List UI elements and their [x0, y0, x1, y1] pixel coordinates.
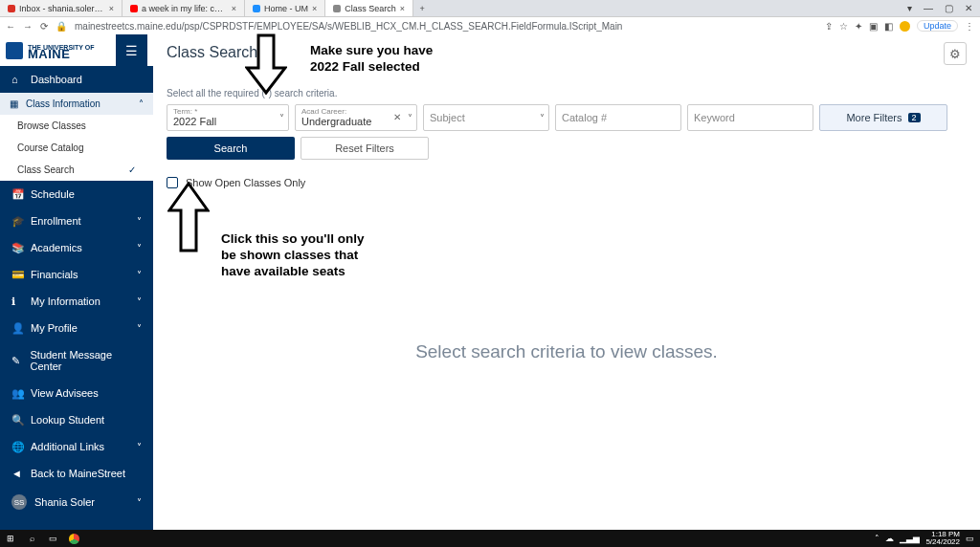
sidebar-item-label: Dashboard	[31, 74, 82, 85]
window-close-icon[interactable]: ✕	[965, 3, 972, 13]
forward-icon[interactable]: →	[23, 21, 33, 32]
search-button[interactable]: Search	[167, 137, 295, 160]
close-icon[interactable]: ×	[400, 4, 405, 13]
filter-count-badge: 2	[908, 113, 921, 122]
extension-icon[interactable]: ▣	[869, 21, 878, 32]
close-icon[interactable]: ×	[232, 4, 236, 13]
close-icon[interactable]: ×	[109, 4, 114, 13]
term-select[interactable]: Term: * 2022 Fall ˅	[167, 104, 289, 131]
sidebar-item-my-information[interactable]: ℹMy Information˅	[0, 288, 153, 315]
browser-tab[interactable]: Class Search×	[325, 0, 413, 16]
nav-icon: ◄	[11, 468, 23, 479]
gear-icon[interactable]: ⚙	[944, 42, 967, 65]
clock[interactable]: 1:18 PM5/24/2022	[925, 531, 960, 546]
annotation-bottom: Click this so you'll only be shown class…	[221, 230, 365, 279]
start-icon[interactable]: ⊞	[0, 530, 21, 547]
empty-state-text: Select search criteria to view classes.	[167, 341, 967, 362]
window-minimize-icon[interactable]: —	[924, 3, 933, 13]
chevron-down-icon: ˅	[540, 113, 545, 123]
new-tab-button[interactable]: +	[413, 0, 431, 16]
reset-filters-button[interactable]: Reset Filters	[301, 137, 429, 160]
update-button[interactable]: Update	[917, 20, 958, 32]
sidebar-item-additional-links[interactable]: 🌐Additional Links˅	[0, 433, 153, 460]
hamburger-icon[interactable]: ☰	[116, 34, 147, 66]
sidebar-sub-course-catalog[interactable]: Course Catalog	[0, 137, 153, 159]
sidebar-item-dashboard[interactable]: ⌂ Dashboard	[0, 66, 153, 93]
address-bar[interactable]: mainestreetcs.maine.edu/psp/CSPRDSTF/EMP…	[75, 21, 817, 32]
sidebar-item-academics[interactable]: 📚Academics˅	[0, 234, 153, 261]
more-filters-button[interactable]: More Filters 2	[819, 104, 947, 131]
nav-icon: 💳	[11, 269, 23, 280]
chevron-down-icon: ˅	[137, 270, 142, 280]
sidebar-item-user[interactable]: SS Shania Soler ˅	[0, 487, 153, 517]
sidebar-item-label: Financials	[31, 269, 78, 280]
profile-icon[interactable]	[900, 21, 910, 32]
acad-career-select[interactable]: Acad Career: Undergraduate ✕ ˅	[295, 104, 417, 131]
chevron-down-icon: ˅	[137, 442, 142, 452]
sidebar-item-label: My Profile	[31, 322, 78, 334]
share-icon[interactable]: ⇪	[825, 21, 833, 32]
catalog-input[interactable]: Catalog #	[555, 104, 681, 131]
search-icon[interactable]: ⌕	[21, 530, 42, 547]
menu-icon[interactable]: ⋮	[965, 21, 974, 32]
annotation-top: Make sure you have 2022 Fall selected	[310, 42, 433, 75]
close-icon[interactable]: ×	[312, 4, 317, 13]
chevron-down-icon: ˅	[137, 296, 142, 307]
nav-icon: 👤	[11, 322, 23, 334]
nav-icon: ℹ	[11, 295, 23, 307]
sidebar-item-schedule[interactable]: 📅Schedule	[0, 181, 153, 208]
arrow-down-icon	[245, 33, 287, 97]
wifi-icon[interactable]: ▁▃▅	[900, 534, 920, 543]
sidebar-item-label: Shania Soler	[34, 496, 95, 508]
nav-icon: 📚	[11, 242, 23, 253]
nav-icon: 🔍	[11, 414, 23, 426]
chrome-taskbar-icon[interactable]	[63, 530, 84, 547]
nav-icon: 🌐	[11, 441, 23, 452]
chevron-down-icon: ˅	[279, 113, 284, 123]
avatar: SS	[11, 494, 27, 510]
sidebar-item-financials[interactable]: 💳Financials˅	[0, 261, 153, 288]
sidebar-item-my-profile[interactable]: 👤My Profile˅	[0, 315, 153, 341]
sidebar-item-enrollment[interactable]: 🎓Enrollment˅	[0, 208, 153, 234]
chevron-up-icon: ˄	[139, 98, 144, 109]
sidebar-item-label: View Advisees	[31, 387, 99, 399]
home-icon: ⌂	[11, 74, 23, 85]
cloud-icon[interactable]: ☁	[885, 534, 894, 543]
sidebar-item-label: Back to MaineStreet	[31, 468, 125, 479]
grid-icon: ▦	[10, 98, 18, 109]
star-icon[interactable]: ☆	[839, 21, 848, 32]
window-maximize-icon[interactable]: ▢	[945, 3, 953, 13]
arrow-up-icon	[167, 182, 210, 254]
sidebar-item-label: Enrollment	[31, 215, 81, 227]
reload-icon[interactable]: ⟳	[40, 21, 48, 32]
extension2-icon[interactable]: ◧	[884, 21, 893, 32]
browser-tab[interactable]: Home - UM×	[245, 0, 325, 16]
window-min-icon[interactable]: ▾	[907, 3, 912, 13]
chevron-down-icon: ˅	[137, 243, 142, 253]
taskview-icon[interactable]: ▭	[42, 530, 63, 547]
sidebar-sub-browse-classes[interactable]: Browse Classes	[0, 115, 153, 137]
nav-icon: 👥	[11, 387, 23, 399]
chevron-down-icon: ˅	[137, 323, 142, 334]
sidebar-item-back-to-mainestreet[interactable]: ◄Back to MaineStreet	[0, 460, 153, 487]
sidebar-item-lookup-student[interactable]: 🔍Lookup Student	[0, 406, 153, 433]
sidebar-item-view-advisees[interactable]: 👥View Advisees	[0, 380, 153, 406]
back-icon[interactable]: ←	[6, 21, 15, 32]
sidebar-item-label: Academics	[31, 242, 82, 253]
chevron-down-icon: ˅	[408, 113, 412, 123]
puzzle-icon[interactable]: ✦	[855, 21, 862, 32]
sidebar-item-student-message-center[interactable]: ✎Student Message Center	[0, 341, 153, 380]
subject-select[interactable]: Subject ˅	[423, 104, 549, 131]
browser-tab[interactable]: a week in my life: college fin…×	[122, 0, 245, 16]
sidebar-sub-class-search[interactable]: Class Search	[0, 159, 153, 181]
clear-icon[interactable]: ✕	[393, 112, 401, 122]
sidebar-item-class-information[interactable]: ▦Class Information ˄	[0, 93, 153, 115]
notification-icon[interactable]: ▭	[966, 534, 974, 543]
sidebar-item-label: My Information	[31, 295, 100, 307]
nav-icon: ✎	[11, 355, 22, 366]
browser-tab[interactable]: Inbox - shania.soler@maine.edu×	[0, 0, 122, 16]
sidebar-item-label: Schedule	[31, 188, 75, 200]
tray-up-icon[interactable]: ˄	[875, 534, 880, 543]
sidebar-item-label: Additional Links	[31, 441, 104, 452]
keyword-input[interactable]: Keyword	[687, 104, 813, 131]
